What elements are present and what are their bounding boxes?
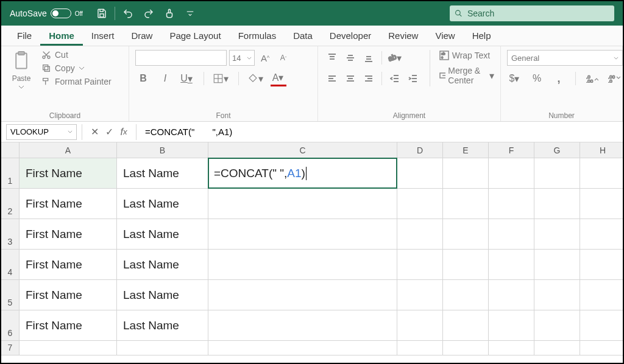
increase-indent-button[interactable] [405,71,421,86]
cell-C5[interactable] [208,280,397,310]
row-header-4[interactable]: 4 [1,250,20,280]
align-bottom-button[interactable] [361,50,377,66]
decrease-decimal-button[interactable]: .00.0 [606,71,622,86]
cell-E5[interactable] [443,280,489,310]
cell-F7[interactable] [489,341,534,355]
cell-B3[interactable]: Last Name [117,219,208,250]
cell-F1[interactable] [489,158,534,189]
cell-C7[interactable] [208,341,397,355]
cell-G5[interactable] [534,280,580,310]
wrap-text-button[interactable]: abc Wrap Text [439,50,494,61]
font-color-button[interactable]: A▾ [271,71,286,86]
fx-button[interactable]: fx [116,124,131,140]
tab-formulas[interactable]: Formulas [230,27,285,46]
tab-review[interactable]: Review [380,27,427,46]
cell-H4[interactable] [580,250,624,280]
align-right-button[interactable] [361,71,377,86]
cell-G7[interactable] [534,341,580,355]
bold-button[interactable]: B [135,71,151,86]
row-header-3[interactable]: 3 [1,219,20,250]
borders-button[interactable]: ▾ [213,71,230,86]
cell-F5[interactable] [489,280,534,310]
copy-button[interactable]: Copy [41,63,112,73]
select-all-corner[interactable] [1,142,20,158]
cell-C1[interactable]: =CONCAT(" ",A1) [208,158,397,189]
cell-H1[interactable] [580,158,624,189]
tab-data[interactable]: Data [285,27,321,46]
col-header-G[interactable]: G [534,142,580,158]
underline-button[interactable]: U▾ [179,71,195,86]
cell-E6[interactable] [443,310,489,341]
tab-developer[interactable]: Developer [321,27,380,46]
tab-file[interactable]: File [9,27,40,46]
cell-G6[interactable] [534,310,580,341]
col-header-B[interactable]: B [117,142,208,158]
paste-button[interactable]: Paste [7,50,35,89]
cell-B6[interactable]: Last Name [117,310,208,341]
formula-input[interactable] [141,124,623,140]
cell-E7[interactable] [443,341,489,355]
align-center-button[interactable] [342,71,358,86]
row-header-2[interactable]: 2 [1,189,20,219]
font-name-select[interactable] [135,50,227,66]
cell-A1[interactable]: First Name [20,158,117,189]
cell-D3[interactable] [397,219,443,250]
tab-insert[interactable]: Insert [83,27,123,46]
cell-G1[interactable] [534,158,580,189]
qat-customize-button[interactable] [180,1,200,26]
cell-D5[interactable] [397,280,443,310]
align-top-button[interactable] [324,50,340,66]
cell-A7[interactable] [20,341,117,355]
search-input[interactable] [466,8,609,19]
cell-A4[interactable]: First Name [20,250,117,280]
col-header-H[interactable]: H [580,142,624,158]
col-header-D[interactable]: D [397,142,443,158]
cell-A5[interactable]: First Name [20,280,117,310]
fill-color-button[interactable]: ▾ [247,71,264,86]
orientation-button[interactable]: ab▾ [387,50,403,66]
number-format-select[interactable]: General [507,50,623,66]
cell-D4[interactable] [397,250,443,280]
col-header-E[interactable]: E [443,142,489,158]
cell-B4[interactable]: Last Name [117,250,208,280]
cell-H3[interactable] [580,219,624,250]
increase-decimal-button[interactable]: .0.00 [584,71,600,86]
redo-button[interactable] [138,1,159,26]
cell-D6[interactable] [397,310,443,341]
cell-E4[interactable] [443,250,489,280]
cell-E3[interactable] [443,219,489,250]
row-header-7[interactable]: 7 [1,341,20,355]
undo-button[interactable] [118,1,138,26]
cell-A3[interactable]: First Name [20,219,117,250]
italic-button[interactable]: I [157,71,173,86]
cell-C2[interactable] [208,189,397,219]
cut-button[interactable]: Cut [41,50,112,60]
comma-button[interactable]: , [551,71,567,86]
decrease-indent-button[interactable] [387,71,403,86]
tab-page-layout[interactable]: Page Layout [161,27,229,46]
row-header-6[interactable]: 6 [1,310,20,341]
name-box[interactable]: VLOOKUP [6,124,77,140]
row-header-5[interactable]: 5 [1,280,20,310]
touch-mode-button[interactable] [159,1,180,26]
cell-F2[interactable] [489,189,534,219]
tab-help[interactable]: Help [464,27,500,46]
increase-font-button[interactable]: A^ [257,50,273,66]
cell-B2[interactable]: Last Name [117,189,208,219]
cell-H6[interactable] [580,310,624,341]
cell-D1[interactable] [397,158,443,189]
tab-view[interactable]: View [427,27,463,46]
cell-G2[interactable] [534,189,580,219]
cell-H2[interactable] [580,189,624,219]
align-middle-button[interactable] [342,50,358,66]
save-button[interactable] [91,1,112,26]
cell-C3[interactable] [208,219,397,250]
tab-draw[interactable]: Draw [122,27,161,46]
cell-F4[interactable] [489,250,534,280]
cell-E1[interactable] [443,158,489,189]
toggle-off-icon[interactable] [51,9,71,18]
cell-A6[interactable]: First Name [20,310,117,341]
cell-B5[interactable]: Last Name [117,280,208,310]
cell-H7[interactable] [580,341,624,355]
col-header-C[interactable]: C [208,142,397,158]
